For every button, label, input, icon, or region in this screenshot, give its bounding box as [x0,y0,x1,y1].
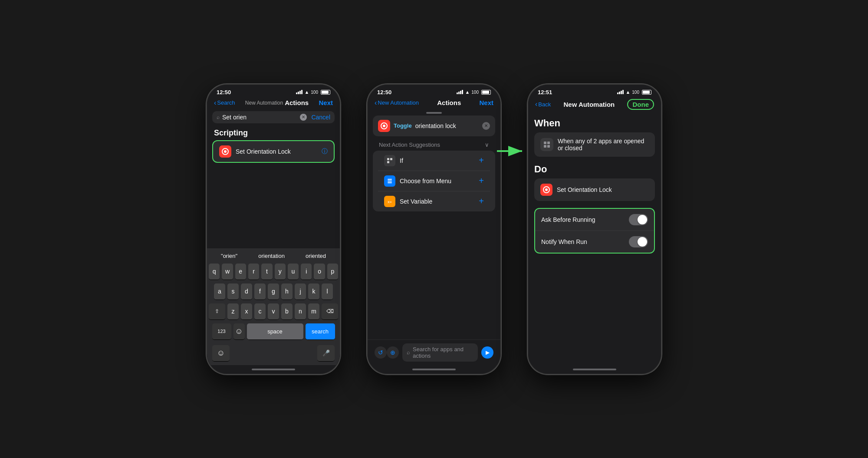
key-z[interactable]: z [227,303,239,320]
key-q[interactable]: q [209,264,220,280]
suggestion-choose-label: Choose from Menu [400,178,474,185]
toolbar-icon-1[interactable]: ↺ [375,346,387,359]
info-icon-1[interactable]: ⓘ [322,148,328,155]
key-delete[interactable]: ⌫ [322,303,338,320]
key-l[interactable]: l [322,283,333,300]
time-2: 12:50 [377,89,391,96]
key-m[interactable]: m [308,303,319,320]
key-x[interactable]: x [241,303,252,320]
key-123[interactable]: 123 [212,323,231,340]
key-k[interactable]: k [308,283,319,300]
key-r[interactable]: r [248,264,259,280]
search-input-1[interactable]: Set orien [222,114,297,121]
nav-back-label-2: New Automation [378,99,419,106]
notify-when-run-row[interactable]: Notify When Run [535,231,654,253]
do-card[interactable]: Set Orientation Lock [534,178,655,201]
wifi-icon-3: ▲ [625,89,630,95]
key-p[interactable]: p [327,264,338,280]
key-j[interactable]: j [295,283,306,300]
key-b[interactable]: b [281,303,293,320]
suggestion-1[interactable]: orientation [255,251,288,261]
nav-parent-1: New Automation [245,100,283,106]
bottom-toolbar-2: ↺ ⊕ ⌕ Search for apps and actions ▶ [368,339,500,365]
do-section: Do Set Orientation Lock [528,158,661,203]
key-n[interactable]: n [295,303,306,320]
nav-next-1[interactable]: Next [319,99,333,106]
key-e[interactable]: e [235,264,246,280]
search-cancel-1[interactable]: Cancel [311,114,330,121]
search-result-item[interactable]: Set Orientation Lock ⓘ [212,140,335,163]
nav-done-btn[interactable]: Done [627,99,654,110]
key-i[interactable]: i [301,264,312,280]
key-a[interactable]: a [214,283,225,300]
keyboard-row-4: 123 ☺ space search [209,323,338,340]
toggle-action-label[interactable]: Toggle [394,122,412,129]
suggestion-choose-icon [384,175,395,187]
nav-next-2[interactable]: Next [479,99,493,106]
key-h[interactable]: h [281,283,293,300]
keyboard-1: "orien" orientation oriented q w e r t y… [207,248,340,365]
nav-back-3[interactable]: ‹ Back [535,100,551,108]
toolbar-search[interactable]: ⌕ Search for apps and actions [402,343,478,362]
key-y[interactable]: y [275,264,286,280]
key-g[interactable]: g [268,283,279,300]
suggestions-chevron-icon[interactable]: ∨ [485,142,489,148]
key-search[interactable]: search [306,323,335,340]
toolbar-icon-2[interactable]: ⊕ [387,346,399,359]
key-d[interactable]: d [241,283,252,300]
svg-rect-7 [388,179,392,180]
key-w[interactable]: w [222,264,233,280]
battery-text-1: 100 [311,90,318,95]
search-bar-1[interactable]: ⌕ Set orien ✕ Cancel [212,111,335,123]
key-u[interactable]: u [288,264,299,280]
when-section: When When any of 2 apps are opened or cl… [528,112,661,158]
key-mic[interactable]: 🎤 [317,345,335,362]
when-card[interactable]: When any of 2 apps are opened or closed [534,132,655,157]
suggestion-choose-add[interactable]: + [479,176,484,186]
action-item-toggle: Toggle orientation lock ✕ [373,115,495,136]
send-button[interactable]: ▶ [481,346,493,359]
svg-text:x=: x= [388,200,392,204]
suggestion-if-add[interactable]: + [479,155,484,165]
key-emoji[interactable]: ☺ [233,323,245,340]
home-indicator-1 [252,369,295,370]
phone-3: 12:51 ▲ 100 [527,84,662,375]
do-card-text: Set Orientation Lock [557,186,612,193]
action-item-text: orientation lock [415,122,479,129]
key-o[interactable]: o [314,264,325,280]
nav-back-2[interactable]: ‹ New Automation [375,99,419,107]
key-shift[interactable]: ⇧ [209,303,225,320]
key-c[interactable]: c [254,303,266,320]
home-indicator-2 [412,369,456,370]
svg-point-18 [545,188,548,191]
nav-bar-2: ‹ New Automation Actions Next [368,97,500,109]
signal-icon-3 [617,90,624,94]
suggestion-0[interactable]: "orien" [217,251,241,261]
ask-before-running-toggle[interactable] [629,214,648,225]
suggestion-2[interactable]: oriented [302,251,329,261]
nav-back-1[interactable]: ‹ Search [214,99,235,107]
key-t[interactable]: t [261,264,272,280]
keyboard-row-2: a s d f g h j k l [209,283,338,300]
section-label-1: Scripting [207,125,340,140]
time-3: 12:51 [538,89,552,96]
notify-when-run-toggle[interactable] [629,236,648,247]
toggle-knob-1 [638,215,647,224]
action-close-btn[interactable]: ✕ [482,122,490,130]
suggestion-if[interactable]: If + [378,151,490,171]
suggestion-choose[interactable]: Choose from Menu + [378,171,490,191]
wifi-icon: ▲ [304,89,309,95]
suggestion-variable-add[interactable]: + [479,196,484,206]
bottom-bar-3 [528,365,661,374]
suggestion-variable[interactable]: x= Set Variable + [378,191,490,211]
ask-before-running-row[interactable]: Ask Before Running [535,209,654,231]
battery-text-3: 100 [632,90,639,95]
key-space[interactable]: space [247,323,303,340]
search-clear-1[interactable]: ✕ [300,114,307,121]
svg-rect-16 [547,145,550,148]
key-emoji-bottom[interactable]: ☺ [212,345,230,362]
key-s[interactable]: s [227,283,239,300]
result-label-1: Set Orientation Lock [236,148,317,155]
key-f[interactable]: f [254,283,266,300]
key-v[interactable]: v [268,303,279,320]
